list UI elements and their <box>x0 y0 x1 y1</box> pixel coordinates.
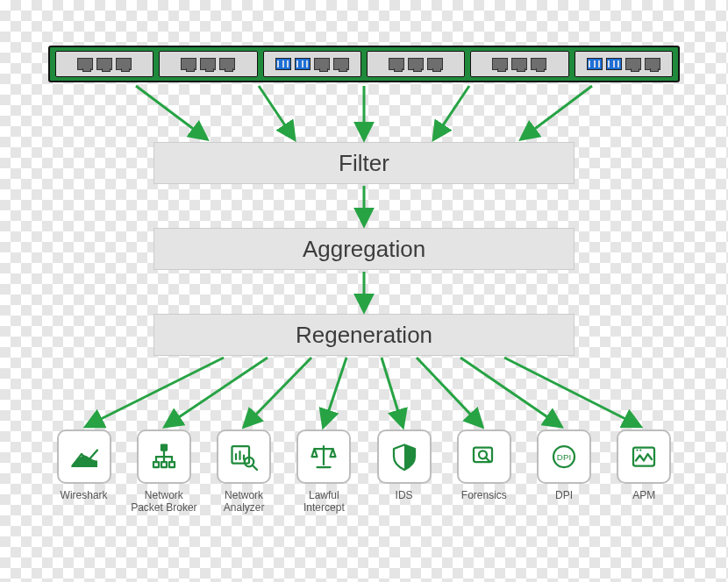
svg-line-20 <box>485 458 489 462</box>
ids-icon <box>377 429 432 484</box>
tool-label: IDS <box>396 489 413 514</box>
svg-line-34 <box>87 358 224 426</box>
svg-line-31 <box>522 86 592 138</box>
stage-filter: Filter <box>153 142 575 184</box>
rj45-port-icon <box>625 58 641 70</box>
rj45-port-icon <box>492 58 508 70</box>
rj45-port-icon <box>96 58 112 70</box>
svg-line-36 <box>245 358 311 426</box>
svg-line-28 <box>259 86 294 138</box>
svg-point-26 <box>640 449 642 451</box>
stage-aggregation: Aggregation <box>153 228 575 270</box>
tool-dpi: DPIDPI <box>529 429 600 515</box>
tool-apm: APM <box>609 429 680 515</box>
wireshark-icon <box>57 429 111 484</box>
rj45-port-icon <box>389 58 404 70</box>
tool-analyzer: Network Analyzer <box>209 429 280 515</box>
svg-line-41 <box>504 358 639 426</box>
svg-text:DPI: DPI <box>557 452 571 462</box>
dpi-icon: DPI <box>537 429 591 484</box>
terminal-port-icon <box>606 58 622 70</box>
terminal-port-icon <box>587 58 603 70</box>
svg-line-40 <box>460 358 560 426</box>
svg-line-37 <box>324 358 346 426</box>
svg-line-14 <box>253 465 257 470</box>
svg-point-25 <box>637 449 639 451</box>
svg-line-27 <box>136 86 206 138</box>
tool-label: Forensics <box>461 489 507 514</box>
forensics-icon <box>457 429 511 484</box>
tool-lawful: Lawful Intercept <box>289 429 360 515</box>
npb-icon <box>137 429 191 484</box>
appliance-module <box>55 51 153 77</box>
stage-aggregation-label: Aggregation <box>303 236 425 263</box>
tools-row: WiresharkNetwork Packet BrokerNetwork An… <box>48 429 680 515</box>
rj45-port-icon <box>511 58 527 70</box>
terminal-port-icon <box>295 58 310 70</box>
terminal-port-icon <box>275 58 291 70</box>
rj45-port-icon <box>427 58 443 70</box>
stage-regeneration: Regeneration <box>153 314 575 356</box>
svg-line-39 <box>417 358 482 426</box>
rj45-port-icon <box>77 58 93 70</box>
appliance-module <box>159 51 257 77</box>
stage-regeneration-label: Regeneration <box>296 322 432 349</box>
rj45-port-icon <box>219 58 235 70</box>
rj45-port-icon <box>314 58 330 70</box>
rj45-port-icon <box>181 58 196 70</box>
tool-label: Lawful Intercept <box>303 489 345 515</box>
tool-label: Wireshark <box>61 489 108 514</box>
appliance-module <box>263 51 361 77</box>
rj45-port-icon <box>200 58 216 70</box>
svg-line-30 <box>434 86 469 138</box>
rj45-port-icon <box>645 58 660 70</box>
stage-filter-label: Filter <box>339 150 389 177</box>
rj45-port-icon <box>116 58 132 70</box>
appliance-module <box>367 51 465 77</box>
tool-ids: IDS <box>368 429 439 515</box>
tool-label: Network Packet Broker <box>131 489 196 515</box>
analyzer-icon <box>217 429 271 484</box>
appliance-module <box>575 51 673 77</box>
tool-wireshark: Wireshark <box>48 429 119 515</box>
tool-label: APM <box>632 489 655 514</box>
tool-label: DPI <box>555 489 573 514</box>
svg-line-35 <box>166 358 268 426</box>
diagram-canvas: Filter Aggregation Regeneration Wireshar… <box>48 46 680 536</box>
tool-forensics: Forensics <box>448 429 519 515</box>
rj45-port-icon <box>408 58 424 70</box>
appliance-module <box>470 51 568 77</box>
rj45-port-icon <box>531 58 546 70</box>
apm-icon <box>617 429 671 484</box>
lawful-icon <box>296 429 351 484</box>
tool-label: Network Analyzer <box>224 489 265 515</box>
tool-npb: Network Packet Broker <box>128 429 199 515</box>
rj45-port-icon <box>333 58 349 70</box>
svg-line-38 <box>382 358 403 426</box>
network-appliance <box>48 46 680 82</box>
